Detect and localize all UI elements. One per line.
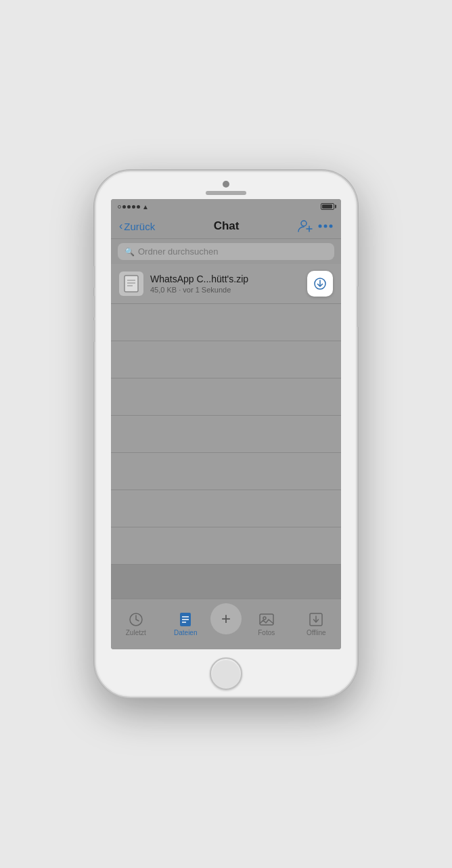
add-button[interactable]: + (210, 603, 242, 634)
nav-actions (298, 220, 333, 232)
camera (223, 181, 229, 188)
svg-point-18 (263, 617, 266, 620)
page-title: Chat (214, 219, 240, 233)
back-label: Zurück (124, 221, 155, 232)
empty-row-2 (111, 341, 341, 378)
empty-row-6 (111, 490, 341, 527)
empty-row-5 (111, 453, 341, 490)
svg-point-5 (329, 225, 332, 228)
search-placeholder: Ordner durchsuchen (138, 246, 219, 257)
file-name: WhatsApp C...hütt's.zip (150, 274, 300, 284)
empty-row-3 (111, 378, 341, 416)
file-type-icon (119, 272, 143, 296)
search-icon: 🔍 (125, 247, 135, 257)
tab-dateien[interactable]: Dateien (161, 611, 211, 636)
wifi-icon: ▲ (142, 203, 149, 211)
back-button[interactable]: ‹ Zurück (119, 220, 155, 232)
signal-dot-5 (137, 205, 140, 209)
phone-frame: ▲ ‹ Zurück Chat (94, 170, 358, 698)
download-button[interactable] (307, 271, 333, 297)
home-button-wrap (210, 655, 242, 697)
status-right (321, 203, 334, 210)
file-item[interactable]: WhatsApp C...hütt's.zip 45,0 KB · vor 1 … (111, 264, 341, 304)
signal-dot-1 (118, 205, 121, 209)
phone-top-bar (95, 171, 357, 199)
empty-row-4 (111, 416, 341, 453)
file-meta: 45,0 KB · vor 1 Sekunde (150, 286, 300, 294)
status-bar: ▲ (111, 199, 341, 214)
add-person-button[interactable] (298, 220, 313, 232)
back-chevron-icon: ‹ (119, 220, 122, 232)
more-button[interactable] (318, 223, 333, 229)
svg-point-0 (301, 221, 307, 226)
nav-bar: ‹ Zurück Chat (111, 214, 341, 239)
tab-fotos-label: Fotos (258, 629, 275, 636)
search-bar: 🔍 Ordner durchsuchen (111, 239, 341, 264)
home-button[interactable] (210, 657, 242, 690)
signal-dot-2 (122, 205, 126, 209)
file-size: 45,0 KB (150, 286, 177, 294)
battery-fill (322, 204, 332, 209)
speaker (206, 191, 246, 195)
tab-fotos[interactable]: Fotos (242, 611, 292, 636)
tab-offline-label: Offline (307, 629, 326, 636)
svg-point-3 (318, 225, 321, 228)
tab-offline[interactable]: Offline (292, 611, 342, 636)
tab-dateien-label: Dateien (174, 629, 197, 636)
tab-zuletzt[interactable]: Zuletzt (111, 611, 161, 636)
signal-dots (118, 205, 140, 209)
signal-dot-3 (127, 205, 131, 209)
status-left: ▲ (118, 203, 149, 211)
file-list: WhatsApp C...hütt's.zip 45,0 KB · vor 1 … (111, 264, 341, 599)
screen: ▲ ‹ Zurück Chat (111, 199, 341, 649)
file-age: vor 1 Sekunde (183, 286, 231, 294)
tab-zuletzt-label: Zuletzt (126, 629, 146, 636)
empty-row-7 (111, 527, 341, 565)
battery-icon (321, 203, 334, 210)
svg-point-4 (323, 225, 327, 228)
file-info: WhatsApp C...hütt's.zip 45,0 KB · vor 1 … (150, 274, 300, 294)
empty-row-1 (111, 304, 341, 341)
tab-bar: Zuletzt Dateien + (111, 599, 341, 649)
svg-rect-6 (125, 276, 138, 292)
svg-rect-17 (260, 614, 273, 625)
search-input[interactable]: 🔍 Ordner durchsuchen (118, 243, 334, 260)
signal-dot-4 (132, 205, 135, 209)
